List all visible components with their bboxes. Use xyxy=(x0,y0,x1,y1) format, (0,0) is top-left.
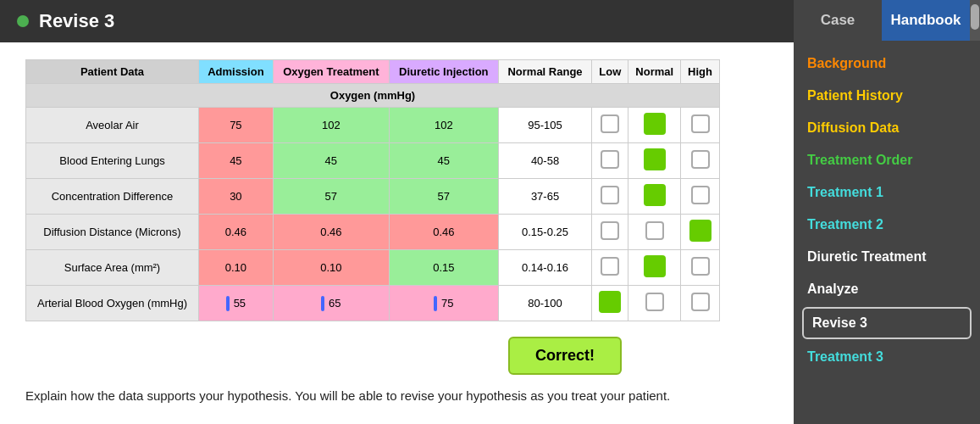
col-high: High xyxy=(681,60,720,84)
sidebar-item-background[interactable]: Background xyxy=(794,47,980,80)
cell-value: 75 xyxy=(441,297,453,310)
indicator-admission: 55 xyxy=(206,296,266,311)
indicator-bar-icon xyxy=(434,296,437,311)
sidebar-nav: Background Patient History Diffusion Dat… xyxy=(794,41,980,380)
status-dot xyxy=(17,15,29,27)
cell-admission: 0.46 xyxy=(199,215,274,250)
cell-range: 37-65 xyxy=(498,179,592,215)
indicator-diuretic: 75 xyxy=(396,296,491,311)
cell-oxygen: 0.10 xyxy=(273,250,389,286)
col-normal-range: Normal Range xyxy=(498,60,592,84)
checkbox-high[interactable] xyxy=(681,250,720,286)
row-label: Arterial Blood Oxygen (mmHg) xyxy=(26,286,199,321)
cell-admission: 55 xyxy=(199,286,274,321)
sidebar-item-treatment-2[interactable]: Treatment 2 xyxy=(794,209,980,241)
checkbox-normal[interactable] xyxy=(628,108,681,143)
cell-diuretic: 102 xyxy=(389,108,498,143)
sidebar-item-treatment-order[interactable]: Treatment Order xyxy=(794,144,980,176)
cell-oxygen: 45 xyxy=(273,143,389,179)
row-label: Diffusion Distance (Microns) xyxy=(26,215,199,250)
checkbox-normal[interactable] xyxy=(628,179,681,215)
indicator-bar-icon xyxy=(321,296,324,311)
instruction-text: Explain how the data supports your hypot… xyxy=(25,387,703,406)
checkbox-high[interactable] xyxy=(681,215,720,250)
table-row: Concentration Difference 30 57 57 37-65 xyxy=(26,179,720,215)
scrollbar-thumb xyxy=(971,4,979,30)
sidebar: Case Handbook Background Patient History… xyxy=(794,0,980,424)
col-low: Low xyxy=(592,60,628,84)
cell-range: 80-100 xyxy=(498,286,592,321)
row-label: Blood Entering Lungs xyxy=(26,143,199,179)
checkbox-normal[interactable] xyxy=(628,250,681,286)
col-patient-data: Patient Data xyxy=(26,60,199,84)
data-table: Patient Data Admission Oxygen Treatment … xyxy=(25,59,720,321)
cell-oxygen: 65 xyxy=(273,286,389,321)
sidebar-inner: Background Patient History Diffusion Dat… xyxy=(794,41,980,424)
sidebar-item-diffusion-data[interactable]: Diffusion Data xyxy=(794,112,980,144)
correct-button[interactable]: Correct! xyxy=(508,337,622,375)
cell-value: 65 xyxy=(329,297,341,310)
cell-value: 55 xyxy=(234,297,246,310)
checkbox-low[interactable] xyxy=(592,143,628,179)
col-admission: Admission xyxy=(199,60,274,84)
indicator-oxygen: 65 xyxy=(280,296,382,311)
checkbox-low[interactable] xyxy=(592,250,628,286)
indicator-bar-icon xyxy=(226,296,230,311)
group-header-oxygen: Oxygen (mmHg) xyxy=(26,84,720,108)
table-row: Aveolar Air 75 102 102 95-105 xyxy=(26,108,720,143)
cell-diuretic: 57 xyxy=(389,179,498,215)
checkbox-normal[interactable] xyxy=(628,143,681,179)
cell-diuretic: 0.15 xyxy=(389,250,498,286)
sidebar-item-patient-history[interactable]: Patient History xyxy=(794,80,980,112)
row-label: Aveolar Air xyxy=(26,108,199,143)
cell-admission: 45 xyxy=(199,143,274,179)
cell-diuretic: 45 xyxy=(389,143,498,179)
checkbox-high[interactable] xyxy=(681,286,720,321)
cell-oxygen: 0.46 xyxy=(273,215,389,250)
checkbox-high[interactable] xyxy=(681,143,720,179)
table-row: Arterial Blood Oxygen (mmHg) 55 65 xyxy=(26,286,720,321)
cell-range: 0.14-0.16 xyxy=(498,250,592,286)
tab-case[interactable]: Case xyxy=(794,0,882,41)
row-label: Surface Area (mm²) xyxy=(26,250,199,286)
checkbox-normal[interactable] xyxy=(628,215,681,250)
cell-admission: 0.10 xyxy=(199,250,274,286)
cell-oxygen: 102 xyxy=(273,108,389,143)
sidebar-item-treatment-1[interactable]: Treatment 1 xyxy=(794,176,980,209)
cell-diuretic: 75 xyxy=(389,286,498,321)
cell-range: 0.15-0.25 xyxy=(498,215,592,250)
cell-admission: 75 xyxy=(199,108,274,143)
table-row: Surface Area (mm²) 0.10 0.10 0.15 0.14-0… xyxy=(26,250,720,286)
sidebar-item-diuretic-treatment[interactable]: Diuretic Treatment xyxy=(794,241,980,273)
header-bar: Revise 3 xyxy=(0,0,794,42)
cell-admission: 30 xyxy=(199,179,274,215)
content-area: Patient Data Admission Oxygen Treatment … xyxy=(0,42,794,424)
col-oxygen-treatment: Oxygen Treatment xyxy=(273,60,389,84)
col-normal: Normal xyxy=(628,60,681,84)
row-label: Concentration Difference xyxy=(26,179,199,215)
cell-range: 95-105 xyxy=(498,108,592,143)
cell-diuretic: 0.46 xyxy=(389,215,498,250)
scrollbar[interactable] xyxy=(970,0,980,41)
cell-range: 40-58 xyxy=(498,143,592,179)
checkbox-low[interactable] xyxy=(592,215,628,250)
sidebar-content: Background Patient History Diffusion Dat… xyxy=(794,41,980,424)
sidebar-item-treatment-3[interactable]: Treatment 3 xyxy=(794,341,980,373)
tab-handbook[interactable]: Handbook xyxy=(882,0,970,41)
checkbox-low[interactable] xyxy=(592,286,628,321)
checkbox-low[interactable] xyxy=(592,179,628,215)
cell-oxygen: 57 xyxy=(273,179,389,215)
table-row: Blood Entering Lungs 45 45 45 40-58 xyxy=(26,143,720,179)
checkbox-normal[interactable] xyxy=(628,286,681,321)
sidebar-tabs: Case Handbook xyxy=(794,0,980,41)
sidebar-item-analyze[interactable]: Analyze xyxy=(794,273,980,305)
main-panel: Revise 3 Patient Data Admission Oxygen T… xyxy=(0,0,794,424)
sidebar-item-revise-3[interactable]: Revise 3 xyxy=(802,307,972,339)
checkbox-low[interactable] xyxy=(592,108,628,143)
checkbox-high[interactable] xyxy=(681,179,720,215)
checkbox-high[interactable] xyxy=(681,108,720,143)
col-diuretic-injection: Diuretic Injection xyxy=(389,60,498,84)
page-title: Revise 3 xyxy=(39,10,114,32)
table-row: Diffusion Distance (Microns) 0.46 0.46 0… xyxy=(26,215,720,250)
